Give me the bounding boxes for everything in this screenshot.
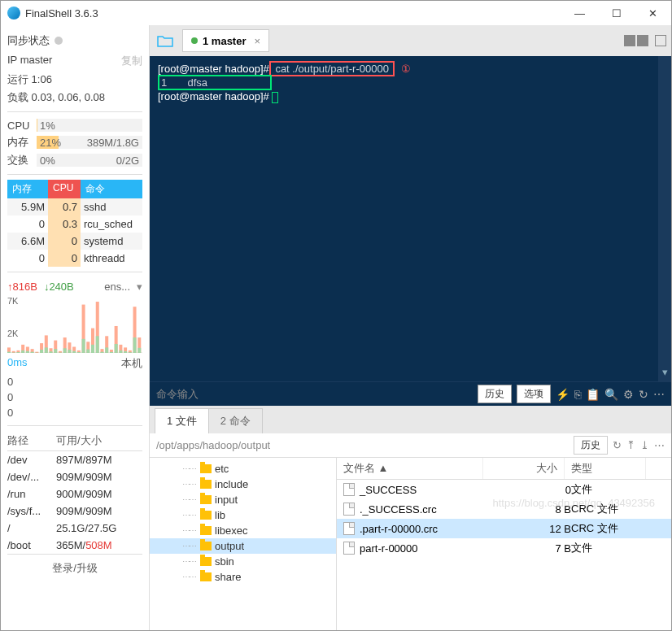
ping-value: 0ms: [7, 356, 28, 371]
tree-node[interactable]: ⋯⋯include: [150, 477, 336, 492]
tab-close-icon[interactable]: ×: [254, 35, 260, 47]
maximize-button[interactable]: ☐: [598, 1, 635, 25]
folder-icon: [200, 495, 212, 504]
svg-rect-21: [54, 349, 57, 353]
folder-icon: [200, 480, 212, 489]
disk-row[interactable]: /sys/f...909M/909M: [7, 503, 142, 520]
single-view-icon[interactable]: [655, 35, 666, 46]
close-button[interactable]: ✕: [635, 1, 671, 25]
mem-label: 内存: [7, 135, 32, 150]
mem-bar: 21%389M/1.8G: [37, 136, 142, 149]
options-button[interactable]: 选项: [517, 385, 551, 403]
tree-node[interactable]: ⋯⋯share: [150, 569, 336, 585]
command-input[interactable]: 命令输入: [156, 387, 473, 402]
current-path[interactable]: /opt/apps/hadoop/output: [156, 439, 569, 451]
svg-rect-55: [133, 337, 137, 353]
process-row[interactable]: 00kthreadd: [7, 250, 142, 267]
disk-row[interactable]: /dev/...909M/909M: [7, 468, 142, 485]
tree-node[interactable]: ⋯⋯lib: [150, 507, 336, 523]
folder-icon: [200, 557, 212, 566]
path-history-button[interactable]: 历史: [574, 436, 608, 455]
process-row[interactable]: 00.3rcu_sched: [7, 215, 142, 233]
svg-rect-31: [77, 352, 81, 353]
svg-rect-57: [137, 348, 141, 354]
file-list[interactable]: 文件名 ▲ 大小 类型 https://blog.csdn.net/qq_434…: [337, 458, 671, 630]
svg-rect-11: [31, 352, 34, 354]
tree-node[interactable]: ⋯⋯libexec: [150, 523, 336, 538]
process-row[interactable]: 6.6M0systemd: [7, 233, 142, 250]
svg-rect-13: [35, 353, 38, 354]
file-row[interactable]: part-r-000007 B文件: [337, 538, 671, 558]
disk-header: 路径可用/大小: [7, 431, 142, 451]
command-bar: 命令输入 历史 选项 ⚡ ⎘ 📋 🔍 ⚙ ↻ ⋯: [150, 381, 671, 406]
disk-row[interactable]: /25.1G/27.5G: [7, 520, 142, 537]
svg-rect-25: [63, 348, 67, 353]
disk-row[interactable]: /boot365M/508M: [7, 537, 142, 554]
session-tab[interactable]: 1 master×: [182, 29, 269, 52]
svg-rect-37: [91, 345, 94, 354]
disk-row[interactable]: /dev897M/897M: [7, 451, 142, 468]
svg-rect-33: [82, 339, 85, 354]
svg-rect-29: [72, 351, 76, 354]
refresh-icon[interactable]: ↻: [639, 388, 648, 401]
terminal-scrollbar[interactable]: ▾: [658, 56, 671, 381]
svg-rect-5: [16, 352, 20, 353]
history-button[interactable]: 历史: [478, 385, 512, 403]
sync-label: 同步状态: [7, 33, 50, 48]
tree-node[interactable]: ⋯⋯input: [150, 492, 336, 507]
more-icon[interactable]: ⋯: [653, 388, 665, 401]
grid-view-icon[interactable]: [624, 35, 648, 46]
upload-icon[interactable]: ⤒: [626, 439, 635, 451]
cpu-bar: 1%: [37, 119, 142, 132]
login-upgrade-button[interactable]: 登录/升级: [7, 554, 142, 582]
highlighted-command: cat ./output/part-r-00000: [269, 61, 395, 76]
sync-dot-icon: [55, 37, 63, 45]
more-icon[interactable]: ⋯: [654, 439, 665, 451]
svg-rect-53: [129, 352, 132, 353]
svg-rect-1: [7, 352, 11, 354]
tree-node[interactable]: ⋯⋯etc: [150, 461, 336, 477]
file-row[interactable]: ._SUCCESS.crc8 BCRC 文件: [337, 499, 671, 519]
minimize-button[interactable]: —: [561, 1, 598, 25]
process-header: 内存CPU命令: [7, 180, 142, 198]
tree-node[interactable]: ⋯⋯output: [150, 538, 336, 554]
terminal[interactable]: [root@master hadoop]# cat ./output/part-…: [150, 56, 671, 381]
tab-commands[interactable]: 2 命令: [208, 408, 263, 433]
disk-row[interactable]: /run900M/909M: [7, 485, 142, 503]
file-icon: [343, 503, 355, 516]
copy-button[interactable]: 复制: [121, 54, 142, 68]
bolt-icon[interactable]: ⚡: [556, 388, 569, 401]
swap-label: 交换: [7, 153, 32, 168]
process-row[interactable]: 5.9M0.7sshd: [7, 198, 142, 215]
file-list-header[interactable]: 文件名 ▲ 大小 类型: [337, 458, 671, 480]
network-stats: ↑816B↓240Bens...▾: [7, 277, 142, 296]
download-icon[interactable]: ⤓: [640, 439, 649, 451]
folder-open-icon[interactable]: [155, 32, 177, 50]
svg-rect-41: [100, 352, 103, 354]
path-bar: /opt/apps/hadoop/output 历史 ↻ ⤒ ⤓ ⋯: [150, 433, 671, 458]
refresh-icon[interactable]: ↻: [613, 439, 622, 451]
paste-icon[interactable]: 📋: [586, 388, 600, 401]
annotation-1-icon: ①: [401, 63, 411, 75]
copy-icon[interactable]: ⎘: [574, 388, 581, 401]
tab-files[interactable]: 1 文件: [155, 408, 209, 433]
gear-icon[interactable]: ⚙: [623, 388, 634, 401]
tree-node[interactable]: ⋯⋯sbin: [150, 554, 336, 569]
host-label[interactable]: 本机: [121, 356, 142, 371]
sync-status: 同步状态: [7, 30, 142, 51]
folder-tree[interactable]: ⋯⋯etc⋯⋯include⋯⋯input⋯⋯lib⋯⋯libexec⋯⋯out…: [150, 458, 337, 630]
uptime: 运行 1:06: [7, 71, 142, 89]
folder-icon: [200, 542, 212, 550]
svg-rect-45: [110, 352, 113, 354]
chevron-down-icon[interactable]: ▾: [662, 366, 668, 378]
file-row[interactable]: _SUCCESS0文件: [337, 480, 671, 499]
sidebar: 同步状态 IP master复制 运行 1:06 负载 0.03, 0.06, …: [1, 25, 150, 630]
file-row[interactable]: .part-r-00000.crc12 BCRC 文件: [337, 519, 671, 538]
tab-bar: 1 master×: [150, 25, 671, 56]
svg-rect-3: [12, 353, 15, 354]
folder-icon: [200, 464, 212, 473]
swap-bar: 0%0/2G: [37, 154, 142, 167]
search-icon[interactable]: 🔍: [604, 388, 618, 401]
svg-rect-9: [26, 351, 29, 354]
app-logo-icon: [7, 7, 20, 20]
